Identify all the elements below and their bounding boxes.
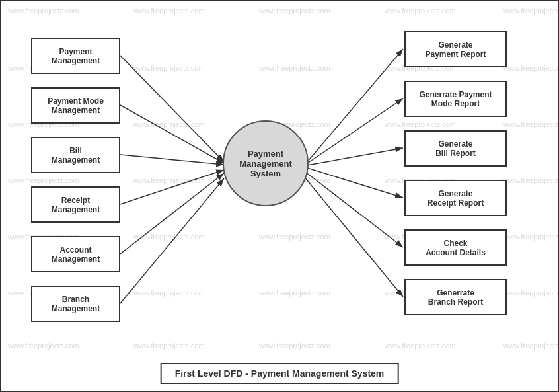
main-container: www.freeprojectz.com www.freeprojectz.co… — [0, 0, 559, 392]
watermark-22: www.freeprojectz.com — [133, 233, 205, 241]
svg-line-9 — [307, 148, 403, 165]
watermark-14: www.freeprojectz.com — [385, 120, 456, 128]
svg-line-5 — [120, 173, 224, 254]
watermark-30: www.freeprojectz.com — [503, 289, 559, 297]
box-generate-payment-report: GeneratePayment Report — [404, 31, 507, 67]
watermark-20: www.freeprojectz.com — [503, 176, 559, 184]
svg-line-8 — [307, 98, 403, 163]
watermark-7: www.freeprojectz.com — [133, 64, 205, 72]
svg-line-4 — [120, 170, 224, 204]
box-receipt-management: ReceiptManagement — [31, 186, 120, 223]
watermark-1: www.freeprojectz.com — [8, 7, 79, 15]
caption: First Level DFD - Payment Management Sys… — [161, 363, 399, 384]
watermark-10: www.freeprojectz.com — [503, 64, 559, 72]
watermark-33: www.freeprojectz.com — [259, 342, 330, 350]
box-generate-bill-report: GenerateBill Report — [404, 130, 507, 167]
watermark-12: www.freeprojectz.com — [133, 120, 205, 128]
watermark-35: www.freeprojectz.com — [503, 342, 559, 350]
center-circle: Payment Management System — [223, 120, 309, 206]
box-generate-payment-mode-report: Generrate PaymentMode Report — [404, 81, 507, 117]
box-generate-branch-report: GenerrateBranch Report — [404, 279, 507, 315]
svg-line-3 — [120, 155, 224, 165]
box-check-account-details: CheckAccount Details — [404, 229, 507, 266]
watermark-27: www.freeprojectz.com — [133, 289, 205, 297]
watermark-28: www.freeprojectz.com — [259, 289, 330, 297]
watermark-15: www.freeprojectz.com — [503, 120, 559, 128]
box-bill-management: BillManagement — [31, 137, 120, 173]
svg-line-12 — [304, 176, 403, 297]
box-payment-mode-management: Payment ModeManagement — [31, 87, 120, 124]
watermark-23: www.freeprojectz.com — [259, 233, 330, 241]
box-branch-management: BranchManagement — [31, 286, 120, 322]
watermark-16: www.freeprojectz.com — [8, 176, 79, 184]
watermark-32: www.freeprojectz.com — [133, 342, 205, 350]
watermark-3: www.freeprojectz.com — [259, 7, 330, 15]
watermark-5: www.freeprojectz.com — [503, 7, 559, 15]
svg-line-1 — [120, 56, 224, 162]
svg-line-7 — [307, 49, 403, 162]
watermark-31: www.freeprojectz.com — [8, 342, 79, 350]
watermark-8: www.freeprojectz.com — [259, 64, 330, 72]
watermark-25: www.freeprojectz.com — [503, 233, 559, 241]
svg-line-2 — [120, 105, 224, 163]
watermark-4: www.freeprojectz.com — [385, 7, 456, 15]
svg-line-11 — [305, 172, 403, 247]
box-payment-management: Payment Management — [31, 38, 120, 74]
box-account-management: AccountManagement — [31, 236, 120, 272]
watermark-34: www.freeprojectz.com — [385, 342, 456, 350]
svg-line-6 — [120, 178, 224, 303]
svg-line-10 — [307, 168, 403, 198]
watermark-2: www.freeprojectz.com — [133, 7, 205, 15]
box-generate-receipt-report: GenerateReceipt Report — [404, 180, 507, 216]
watermark-17: www.freeprojectz.com — [133, 176, 205, 184]
